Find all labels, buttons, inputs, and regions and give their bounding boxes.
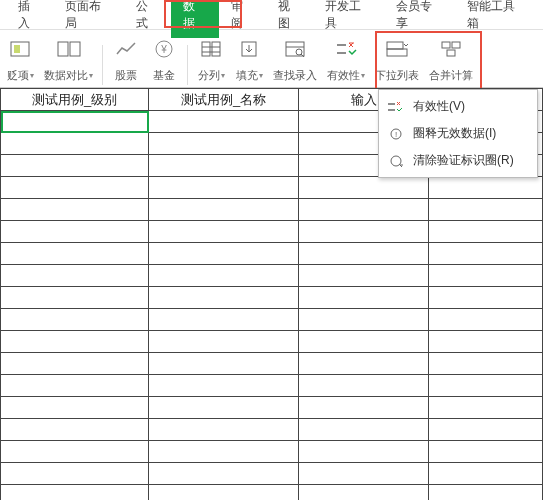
cell[interactable] [149, 155, 299, 177]
cell[interactable] [299, 221, 429, 243]
cell[interactable] [1, 177, 149, 199]
tool-fund[interactable]: ¥ 基金 [146, 35, 182, 85]
cell[interactable] [299, 463, 429, 485]
tool-data-compare[interactable]: 数据对比▾ [40, 35, 97, 85]
cell[interactable] [299, 331, 429, 353]
cell[interactable] [1, 133, 149, 155]
cell[interactable] [149, 441, 299, 463]
cell[interactable] [299, 397, 429, 419]
cell[interactable] [299, 485, 429, 501]
cell[interactable] [299, 419, 429, 441]
menu-data[interactable]: 数据 [171, 0, 218, 38]
cell[interactable] [429, 243, 543, 265]
cell[interactable] [429, 287, 543, 309]
cell[interactable] [149, 221, 299, 243]
tool-consolidate[interactable]: 合并计算 [425, 35, 477, 85]
cell[interactable] [429, 397, 543, 419]
menu-page-layout[interactable]: 页面布局 [53, 0, 124, 38]
cell[interactable] [299, 243, 429, 265]
cell[interactable] [149, 111, 299, 133]
cell[interactable] [299, 441, 429, 463]
cell[interactable] [1, 155, 149, 177]
dropdown-item-clear-circles[interactable]: 清除验证标识圈(R) [379, 147, 537, 174]
col-header-a[interactable]: 测试用例_级别 [1, 89, 149, 111]
cell[interactable] [429, 485, 543, 501]
option-icon [6, 37, 34, 61]
cell[interactable] [1, 485, 149, 501]
dropdown-item-validation[interactable]: 有效性(V) [379, 93, 537, 120]
menu-bar: 插入 页面布局 公式 数据 审阅 视图 开发工具 会员专享 智能工具箱 [0, 0, 543, 30]
tool-option[interactable]: 贬项▾ [2, 35, 38, 85]
cell[interactable] [1, 397, 149, 419]
tool-fill[interactable]: 填充▾ [231, 35, 267, 85]
cell[interactable] [429, 309, 543, 331]
svg-rect-19 [442, 42, 450, 48]
cell[interactable] [299, 309, 429, 331]
menu-view[interactable]: 视图 [266, 0, 313, 38]
cell[interactable] [149, 199, 299, 221]
cell[interactable] [429, 441, 543, 463]
cell[interactable] [429, 177, 543, 199]
cell[interactable] [299, 199, 429, 221]
cell[interactable] [149, 397, 299, 419]
validation-dropdown-menu: 有效性(V) ! 圈释无效数据(I) 清除验证标识圈(R) [378, 89, 538, 178]
cell[interactable] [1, 243, 149, 265]
cell[interactable] [149, 375, 299, 397]
cell[interactable] [429, 265, 543, 287]
cell[interactable] [1, 331, 149, 353]
cell[interactable] [1, 441, 149, 463]
cell[interactable] [299, 353, 429, 375]
cell[interactable] [1, 221, 149, 243]
cell[interactable] [149, 243, 299, 265]
tool-lookup-input[interactable]: 查找录入 [269, 35, 321, 85]
cell[interactable] [429, 353, 543, 375]
cell[interactable] [1, 265, 149, 287]
cell[interactable] [299, 287, 429, 309]
menu-formula[interactable]: 公式 [124, 0, 171, 38]
svg-rect-18 [387, 49, 407, 56]
cell[interactable] [149, 287, 299, 309]
cell[interactable] [1, 463, 149, 485]
cell[interactable] [1, 375, 149, 397]
cell[interactable] [429, 375, 543, 397]
tool-validation[interactable]: 有效性▾ [323, 35, 369, 85]
col-header-b[interactable]: 测试用例_名称 [149, 89, 299, 111]
cell[interactable] [149, 309, 299, 331]
cell[interactable] [1, 199, 149, 221]
menu-smart-toolbox[interactable]: 智能工具箱 [455, 0, 537, 38]
cell[interactable] [1, 419, 149, 441]
circle-invalid-icon: ! [387, 126, 405, 142]
tool-stocks[interactable]: 股票 [108, 35, 144, 85]
menu-member[interactable]: 会员专享 [384, 0, 455, 38]
cell[interactable] [299, 265, 429, 287]
cell[interactable] [149, 419, 299, 441]
cell[interactable] [1, 287, 149, 309]
cell[interactable] [149, 353, 299, 375]
dropdown-item-circle-invalid[interactable]: ! 圈释无效数据(I) [379, 120, 537, 147]
cell[interactable] [429, 419, 543, 441]
menu-review[interactable]: 审阅 [219, 0, 266, 38]
cell[interactable] [429, 199, 543, 221]
cell[interactable] [149, 133, 299, 155]
cell[interactable] [299, 375, 429, 397]
cell-selected[interactable] [1, 111, 149, 133]
cell[interactable] [429, 463, 543, 485]
cell[interactable] [149, 485, 299, 501]
cell[interactable] [149, 177, 299, 199]
validation-icon [387, 99, 405, 115]
cell[interactable] [429, 221, 543, 243]
cell[interactable] [299, 177, 429, 199]
cell[interactable] [149, 265, 299, 287]
cell[interactable] [1, 309, 149, 331]
cell[interactable] [149, 331, 299, 353]
tool-dropdown-list[interactable]: 下拉列表 [371, 35, 423, 85]
tool-label-9: 合并计算 [429, 68, 473, 83]
tool-text-to-columns[interactable]: 分列▾ [193, 35, 229, 85]
cell[interactable] [1, 353, 149, 375]
svg-text:!: ! [395, 130, 397, 139]
menu-insert[interactable]: 插入 [6, 0, 53, 38]
cell[interactable] [429, 331, 543, 353]
menu-devtools[interactable]: 开发工具 [313, 0, 384, 38]
cell[interactable] [149, 463, 299, 485]
tool-label-8: 下拉列表 [375, 68, 419, 83]
